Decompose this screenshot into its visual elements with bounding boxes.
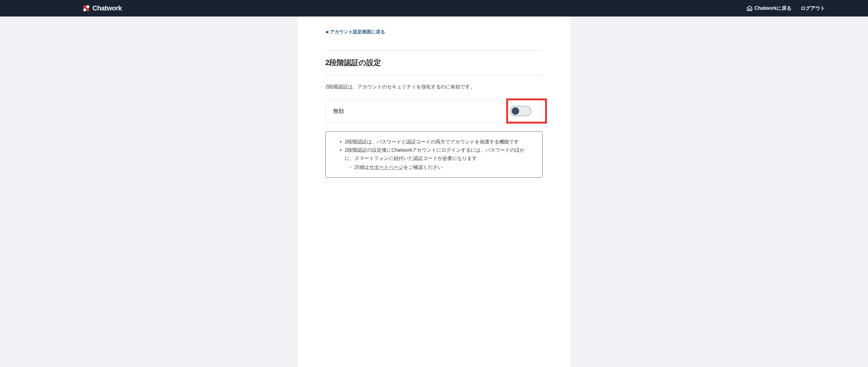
toggle-status-label: 無効 bbox=[333, 107, 344, 115]
main-content: ◀ アカウント設定画面に戻る 2段階認証の設定 2段階認証は、アカウントのセキュ… bbox=[298, 16, 570, 367]
two-factor-toggle-card: 無効 bbox=[326, 99, 542, 123]
info-list: 2段階認証は、パスワードと認証コードの両方でアカウントを保護する機能です 2段階… bbox=[334, 138, 534, 172]
back-link-label: アカウント設定画面に戻る bbox=[330, 29, 385, 35]
chatwork-logo-icon bbox=[83, 5, 90, 12]
info-item-2: 2段階認証の設定後にChatworkアカウントにログインするには、パスワードのほ… bbox=[340, 146, 534, 172]
svg-point-2 bbox=[83, 8, 86, 11]
svg-point-0 bbox=[83, 5, 86, 8]
header-nav: Chatworkに戻る ログアウト bbox=[746, 5, 825, 12]
two-factor-toggle[interactable] bbox=[510, 106, 531, 116]
info-sublist: 詳細はサポートページをご確認ください bbox=[345, 163, 534, 171]
nav-back-label: Chatworkに戻る bbox=[754, 5, 792, 12]
info-box: 2段階認証は、パスワードと認証コードの両方でアカウントを保護する機能です 2段階… bbox=[326, 131, 542, 178]
divider bbox=[326, 50, 542, 51]
nav-back-to-chatwork[interactable]: Chatworkに戻る bbox=[746, 5, 792, 12]
logo-text: Chatwork bbox=[92, 4, 122, 12]
page-title: 2段階認証の設定 bbox=[326, 58, 542, 68]
nav-logout-label: ログアウト bbox=[801, 5, 825, 12]
toggle-knob bbox=[512, 107, 519, 115]
chevron-left-icon: ◀ bbox=[326, 30, 328, 34]
description-text: 2段階認証は、アカウントのセキュリティを強化するのに有効です。 bbox=[326, 84, 542, 90]
info-subitem: 詳細はサポートページをご確認ください bbox=[349, 163, 534, 171]
home-icon bbox=[746, 5, 753, 11]
support-page-link[interactable]: サポートページ bbox=[369, 165, 403, 170]
svg-point-1 bbox=[86, 5, 89, 8]
logo[interactable]: Chatwork bbox=[83, 4, 122, 12]
nav-logout[interactable]: ログアウト bbox=[801, 5, 825, 12]
info-item-1: 2段階認証は、パスワードと認証コードの両方でアカウントを保護する機能です bbox=[340, 138, 534, 146]
svg-point-3 bbox=[86, 8, 89, 11]
back-to-account-settings-link[interactable]: ◀ アカウント設定画面に戻る bbox=[326, 29, 385, 35]
header: Chatwork Chatworkに戻る ログアウト bbox=[0, 0, 868, 16]
